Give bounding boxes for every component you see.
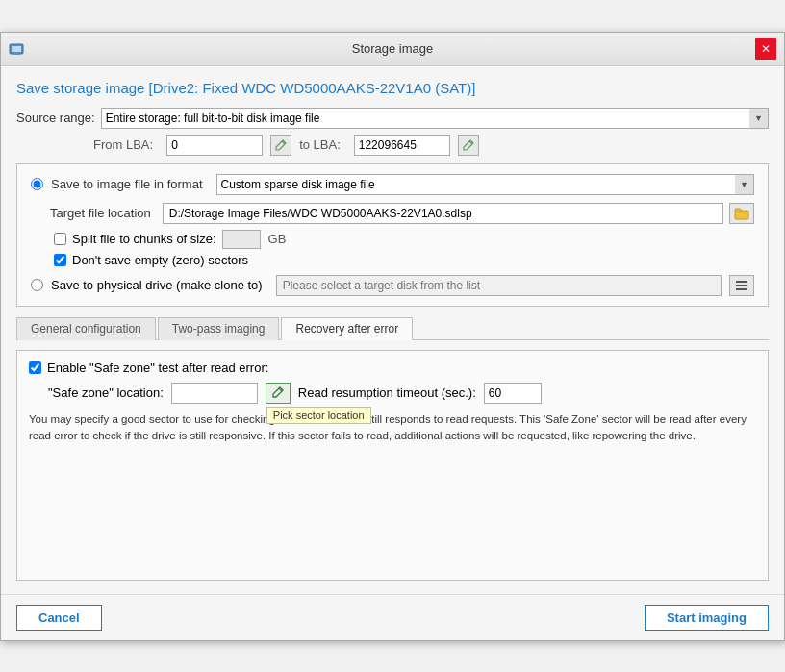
save-image-radio-label: Save to image file in format: [51, 177, 203, 191]
dialog-title: Save storage image [Drive2: Fixed WDC WD…: [16, 80, 769, 96]
target-file-input[interactable]: [163, 203, 723, 224]
window-title: Storage image: [352, 41, 434, 56]
split-chunks-row: Split file to chunks of size: GB: [54, 230, 754, 249]
app-icon: [9, 41, 24, 57]
to-lba-label: to LBA:: [299, 137, 341, 152]
safezone-location-label: "Safe zone" location:: [48, 386, 164, 400]
footer: Cancel Start imaging: [1, 594, 784, 640]
physical-drive-row: Save to physical drive (make clone to): [31, 275, 754, 296]
source-range-select-wrapper: Entire storage: full bit-to-bit disk ima…: [101, 108, 769, 129]
physical-drive-radio[interactable]: [31, 279, 43, 291]
browse-button[interactable]: [729, 203, 754, 224]
safezone-location-input[interactable]: [171, 383, 258, 404]
svg-rect-7: [736, 288, 747, 290]
to-lba-input[interactable]: [354, 135, 450, 156]
enable-safezone-label: Enable "Safe zone" test after read error…: [47, 361, 268, 375]
empty-sectors-label: Don't save empty (zero) sectors: [72, 253, 248, 267]
save-image-radio[interactable]: [31, 178, 43, 190]
titlebar: Storage image ✕: [1, 33, 784, 66]
source-range-label: Source range:: [16, 111, 95, 125]
chunk-size-input[interactable]: [222, 230, 261, 249]
pick-sector-button[interactable]: Pick sector location: [266, 383, 291, 404]
enable-safezone-checkbox[interactable]: [29, 361, 41, 374]
svg-rect-4: [735, 209, 741, 212]
safezone-location-row: "Safe zone" location: Pick sector locati…: [29, 383, 756, 404]
svg-rect-1: [12, 46, 21, 52]
split-chunks-checkbox[interactable]: [54, 233, 66, 245]
from-lba-edit-button[interactable]: [270, 135, 291, 156]
titlebar-left: [9, 41, 24, 57]
from-lba-input[interactable]: [166, 135, 263, 156]
recovery-description: You may specify a good sector to use for…: [29, 411, 756, 445]
from-lba-label: From LBA:: [93, 137, 153, 152]
disk-list-button[interactable]: [729, 275, 754, 296]
tab-two-pass-imaging[interactable]: Two-pass imaging: [158, 317, 280, 340]
lba-row: From LBA: to LBA:: [93, 135, 769, 156]
main-window: Storage image ✕ Save storage image [Driv…: [0, 32, 785, 641]
enable-safezone-row: Enable "Safe zone" test after read error…: [29, 361, 756, 375]
timeout-input[interactable]: [484, 383, 542, 404]
svg-rect-2: [13, 53, 19, 55]
dialog-content: Save storage image [Drive2: Fixed WDC WD…: [1, 66, 784, 594]
save-image-panel: Save to image file in format Custom spar…: [16, 163, 769, 307]
empty-sectors-checkbox[interactable]: [54, 254, 66, 266]
empty-sectors-row: Don't save empty (zero) sectors: [54, 253, 754, 267]
save-image-radio-row: Save to image file in format Custom spar…: [31, 174, 754, 195]
recovery-tab-panel: Enable "Safe zone" test after read error…: [16, 350, 769, 581]
target-file-label: Target file location: [50, 206, 151, 220]
tab-recovery-after-error[interactable]: Recovery after error: [281, 317, 413, 340]
timeout-label: Read resumption timeout (sec.):: [298, 386, 476, 400]
source-range-row: Source range: Entire storage: full bit-t…: [16, 108, 769, 129]
cancel-button[interactable]: Cancel: [16, 605, 102, 631]
target-file-row: Target file location: [50, 203, 754, 224]
tab-container: General configuration Two-pass imaging R…: [16, 316, 769, 581]
split-chunks-label: Split file to chunks of size:: [72, 232, 216, 246]
to-lba-edit-button[interactable]: [458, 135, 479, 156]
close-button[interactable]: ✕: [755, 38, 776, 60]
source-range-select[interactable]: Entire storage: full bit-to-bit disk ima…: [101, 108, 769, 129]
tab-general-configuration[interactable]: General configuration: [16, 317, 156, 340]
physical-drive-input[interactable]: [276, 275, 722, 296]
svg-rect-6: [736, 285, 747, 286]
start-imaging-button[interactable]: Start imaging: [645, 605, 769, 631]
svg-rect-5: [736, 281, 747, 283]
gb-label: GB: [268, 232, 287, 246]
tab-bar: General configuration Two-pass imaging R…: [16, 316, 769, 340]
format-select-wrapper: Custom sparse disk image file ▼: [216, 174, 754, 195]
physical-drive-label: Save to physical drive (make clone to): [51, 278, 263, 292]
format-select[interactable]: Custom sparse disk image file: [216, 174, 754, 195]
